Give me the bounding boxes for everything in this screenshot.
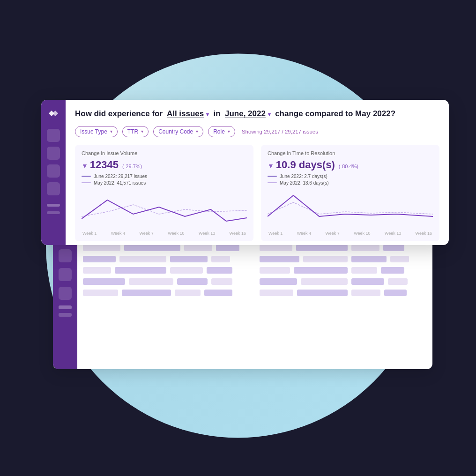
- sidebar-item-1[interactable]: [47, 129, 60, 142]
- legend-dash-solid-right: [268, 176, 277, 177]
- table-row: [83, 267, 250, 274]
- table-row: [83, 245, 250, 251]
- chart-volume-x-labels: Week 1 Week 4 Week 7 Week 10 Week 13 Wee…: [82, 231, 247, 236]
- x-label-r-w1: Week 1: [268, 231, 283, 236]
- filter-chevron-3: ▾: [196, 129, 198, 134]
- filter-ttr[interactable]: TTR ▾: [122, 126, 149, 137]
- filters-row: Issue Type ▾ TTR ▾ Country Code ▾ Role ▾…: [75, 126, 439, 137]
- issues-chevron[interactable]: ▾: [206, 112, 209, 117]
- x-label-r-w7: Week 7: [325, 231, 339, 236]
- filter-chevron-1: ▾: [110, 129, 112, 134]
- chart-ttr-legend: June 2022: 2.7 days(s) May 2022: 13.6 da…: [268, 174, 433, 186]
- chart-volume-svg: [82, 191, 247, 228]
- x-label-r-w10: Week 10: [354, 231, 370, 236]
- issues-dropdown[interactable]: All issues: [167, 109, 204, 118]
- x-label-w7: Week 7: [139, 231, 153, 236]
- x-label-w4: Week 4: [111, 231, 125, 236]
- chart-ttr-svg: [268, 191, 433, 228]
- x-label-w10: Week 10: [168, 231, 184, 236]
- table-row: [83, 256, 250, 262]
- chart-ttr: Change in Time to Resolution ▼ 10.9 days…: [261, 145, 439, 241]
- sidebar: [41, 100, 66, 245]
- table-sidebar: [53, 224, 77, 369]
- x-label-w1: Week 1: [82, 231, 97, 236]
- table-row: [260, 245, 427, 251]
- legend-june-ttr: June 2022: 2.7 days(s): [268, 174, 433, 179]
- legend-june: June 2022: 29,217 issues: [82, 174, 247, 179]
- down-arrow-left: ▼: [82, 162, 88, 170]
- date-dropdown[interactable]: June, 2022: [225, 109, 266, 118]
- chart-ttr-title: Change in Time to Resolution: [268, 150, 433, 156]
- table-row: [83, 290, 250, 296]
- legend-dash-solid: [82, 176, 91, 177]
- legend-dash-light-right: [268, 182, 277, 183]
- date-chevron[interactable]: ▾: [268, 112, 271, 117]
- filter-issue-type[interactable]: Issue Type ▾: [75, 126, 118, 137]
- table-right-col: [260, 245, 427, 296]
- sidebar-item-3[interactable]: [47, 164, 60, 178]
- table-row: [260, 267, 427, 274]
- table-row: [83, 278, 250, 285]
- legend-may: May 2022: 41,571 issues: [82, 180, 247, 186]
- logo: [46, 106, 60, 120]
- table-row: [260, 290, 427, 296]
- filter-role[interactable]: Role ▾: [208, 126, 235, 137]
- x-label-r-w4: Week 4: [297, 231, 311, 236]
- showing-count: Showing 29,217 / 29,217 issues: [242, 129, 318, 134]
- filter-chevron-4: ▾: [228, 129, 230, 134]
- chart-volume-value: 12345: [90, 159, 119, 171]
- table-left-col: [83, 245, 250, 296]
- table-row: [260, 256, 427, 262]
- sidebar-item-2[interactable]: [47, 147, 60, 160]
- chart-volume-legend: June 2022: 29,217 issues May 2022: 41,57…: [82, 174, 247, 186]
- analytics-card: How did experience for All issues ▾ in J…: [41, 100, 449, 245]
- down-arrow-right: ▼: [268, 162, 274, 170]
- question-title: How did experience for All issues ▾ in J…: [75, 108, 439, 119]
- x-label-r-w16: Week 16: [416, 231, 432, 236]
- scene-container: How did experience for All issues ▾ in J…: [27, 27, 449, 449]
- chart-volume-title: Change in Issue Volume: [82, 150, 247, 156]
- chart-ttr-value: 10.9 days(s): [276, 159, 335, 171]
- chart-ttr-change: (-80.4%): [339, 164, 358, 169]
- filter-chevron-2: ▾: [141, 129, 143, 134]
- chart-volume: Change in Issue Volume ▼ 12345 (-29.7%) …: [75, 145, 253, 241]
- filter-country-code[interactable]: Country Code ▾: [153, 126, 203, 137]
- chart-volume-change: (-29.7%): [122, 164, 142, 169]
- x-label-w16: Week 16: [230, 231, 246, 236]
- table-row: [260, 278, 427, 285]
- chart-ttr-x-labels: Week 1 Week 4 Week 7 Week 10 Week 13 Wee…: [268, 231, 433, 236]
- legend-dash-light: [82, 182, 91, 183]
- x-label-w13: Week 13: [199, 231, 215, 236]
- main-content: How did experience for All issues ▾ in J…: [66, 100, 449, 245]
- legend-may-ttr: May 2022: 13.6 days(s): [268, 180, 433, 186]
- table-card: [53, 224, 432, 369]
- sidebar-line-2: [47, 211, 60, 214]
- charts-row: Change in Issue Volume ▼ 12345 (-29.7%) …: [75, 145, 439, 241]
- sidebar-line-1: [47, 204, 60, 207]
- sidebar-item-4[interactable]: [47, 182, 60, 195]
- x-label-r-w13: Week 13: [385, 231, 401, 236]
